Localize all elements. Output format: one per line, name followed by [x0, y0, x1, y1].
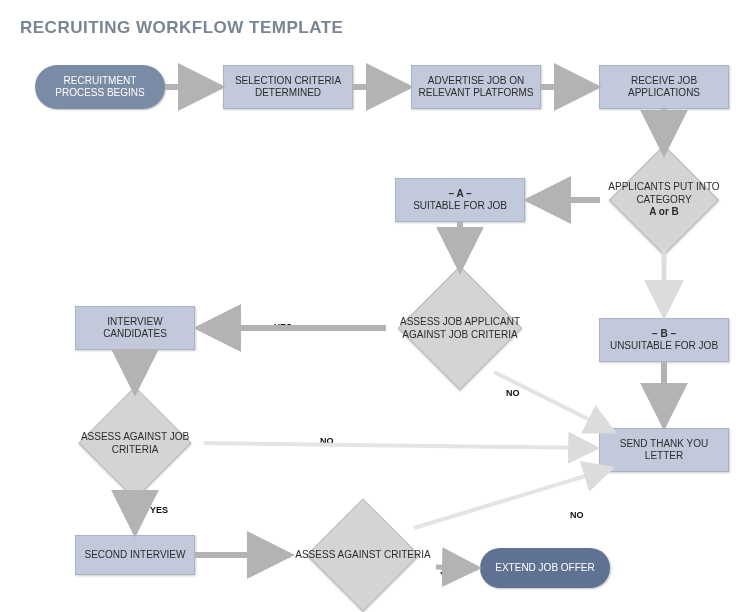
node-start: RECRUITMENT PROCESS BEGINS: [35, 65, 165, 109]
node-interview-candidates: INTERVIEW CANDIDATES: [75, 306, 195, 350]
node-assess-against-criteria: ASSESS AGAINST JOB CRITERIA: [64, 388, 206, 498]
svg-line-11: [204, 443, 597, 448]
label-assess1-yes: YES: [274, 322, 292, 332]
label-assess3-no: NO: [570, 510, 584, 520]
node-second-interview: SECOND INTERVIEW: [75, 535, 195, 575]
page-title: RECRUITING WORKFLOW TEMPLATE: [20, 18, 343, 38]
node-selection-criteria: SELECTION CRITERIA DETERMINED: [223, 65, 353, 109]
label-assess2-yes: YES: [150, 505, 168, 515]
node-thank-you-letter: SEND THANK YOU LETTER: [599, 428, 729, 472]
node-category-a: – A – SUITABLE FOR JOB: [395, 178, 525, 222]
node-assess-criteria-final: ASSESS AGAINST CRITERIA: [288, 500, 438, 610]
node-assess-applicant: ASSESS JOB APPLICANT AGAINST JOB CRITERI…: [384, 268, 536, 388]
node-receive-applications: RECEIVE JOB APPLICATIONS: [599, 65, 729, 109]
node-extend-offer: EXTEND JOB OFFER: [480, 548, 610, 588]
node-advertise-job: ADVERTISE JOB ON RELEVANT PLATFORMS: [411, 65, 541, 109]
node-categorise-decision: APPLICANTS PUT INTO CATEGORYA or B: [598, 150, 730, 250]
label-assess1-no: NO: [506, 388, 520, 398]
svg-line-13: [436, 567, 478, 568]
label-assess3-yes: YES: [440, 570, 458, 580]
node-category-b: – B – UNSUITABLE FOR JOB: [599, 318, 729, 362]
label-assess2-no: NO: [320, 436, 334, 446]
